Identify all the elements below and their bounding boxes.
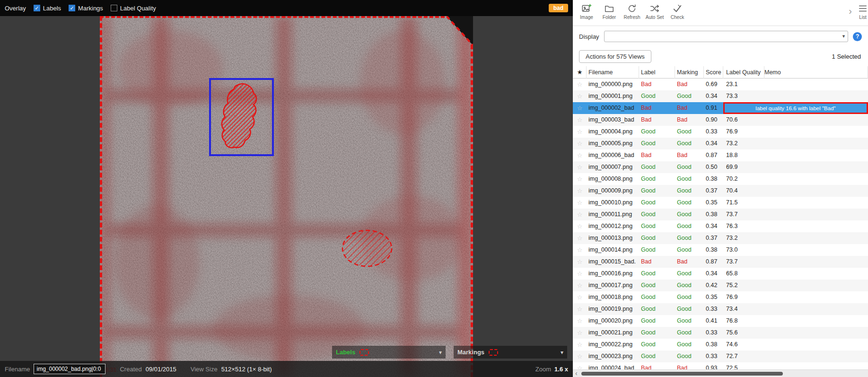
table-row[interactable]: ☆ img_000010.png Good Good 0.35 71.5 [573, 197, 868, 209]
image-viewport[interactable]: 0.31 [100, 16, 473, 377]
row-label: Good [639, 185, 675, 197]
list-icon [858, 3, 868, 14]
table-row[interactable]: ☆ img_000019.png Good Good 0.33 73.4 [573, 303, 868, 315]
row-marking: Good [675, 161, 704, 173]
star-icon[interactable]: ☆ [573, 90, 587, 102]
row-label: Bad [639, 256, 675, 268]
star-icon[interactable]: ☆ [573, 339, 587, 351]
star-icon[interactable]: ☆ [573, 126, 587, 138]
label-column-header[interactable]: Label [639, 66, 675, 79]
table-row[interactable]: ☆ img_000023.png Good Good 0.33 72.7 [573, 351, 868, 362]
table-row[interactable]: ☆ img_000015_bad. Bad Bad 0.87 73.7 [573, 256, 868, 268]
star-icon[interactable]: ☆ [573, 280, 587, 291]
image-button[interactable]: Image [576, 3, 597, 20]
star-icon[interactable]: ☆ [573, 362, 587, 369]
marking-annotation[interactable] [341, 229, 393, 268]
star-icon[interactable]: ☆ [573, 102, 587, 114]
filename-column-header[interactable]: Filename [587, 66, 639, 79]
row-filename: img_000024_bad [587, 362, 639, 369]
table-row[interactable]: ☆ img_000007.png Good Good 0.50 69.9 [573, 161, 868, 173]
table-row[interactable]: ☆ img_000013.png Good Good 0.37 73.2 [573, 232, 868, 244]
star-icon[interactable]: ☆ [573, 149, 587, 161]
table-row[interactable]: ☆ img_000001.png Good Good 0.34 73.3 [573, 90, 868, 102]
table-row[interactable]: ☆ img_000004.png Good Good 0.33 76.9 [573, 126, 868, 138]
star-icon[interactable]: ☆ [573, 291, 587, 303]
table-row[interactable]: ☆ img_000020.png Good Good 0.41 76.8 [573, 315, 868, 327]
score-column-header[interactable]: Score [704, 66, 723, 79]
star-icon[interactable]: ☆ [573, 232, 587, 244]
image-canvas[interactable] [100, 16, 473, 377]
row-memo [764, 138, 868, 149]
scroll-left-icon[interactable]: ‹ [573, 369, 579, 377]
table-row[interactable]: ☆ img_000008.png Good Good 0.38 70.2 [573, 173, 868, 185]
table-row[interactable]: ☆ img_000005.png Good Good 0.34 73.2 [573, 138, 868, 149]
checkbox-checked-icon[interactable]: ✓ [69, 5, 75, 11]
star-icon[interactable]: ☆ [573, 209, 587, 220]
label-annotation-box[interactable] [209, 78, 274, 156]
row-label: Bad [639, 114, 675, 126]
toolbar-more-chevron[interactable]: › [849, 6, 852, 17]
label-blob [211, 80, 272, 154]
star-icon[interactable]: ☆ [573, 185, 587, 197]
folder-button[interactable]: Folder [598, 3, 620, 20]
scrollbar-thumb[interactable] [581, 372, 783, 376]
table-row[interactable]: ☆ img_000002_bad Bad Bad 0.91 label qual… [573, 102, 868, 114]
list-view-button[interactable]: List [852, 3, 868, 20]
row-marking: Bad [675, 256, 704, 268]
star-icon[interactable]: ☆ [573, 161, 587, 173]
filename-input[interactable] [34, 364, 105, 374]
table-row[interactable]: ☆ img_000017.png Good Good 0.42 75.2 [573, 280, 868, 291]
row-filename: img_000023.png [587, 351, 639, 362]
chevron-down-icon[interactable]: ▾ [561, 349, 563, 356]
help-button[interactable]: ? [853, 32, 862, 41]
star-icon[interactable]: ☆ [573, 256, 587, 268]
star-icon[interactable]: ☆ [573, 79, 587, 90]
chevron-down-icon[interactable]: ▾ [439, 349, 442, 356]
memo-column-header[interactable]: Memo [764, 66, 868, 79]
table-row[interactable]: ☆ img_000000.png Bad Bad 0.69 23.1 [573, 79, 868, 90]
star-icon[interactable]: ☆ [573, 268, 587, 280]
label-quality-checkbox[interactable]: Label Quality [111, 5, 156, 12]
auto-set-button[interactable]: Auto Set [644, 3, 666, 20]
star-icon[interactable]: ☆ [573, 138, 587, 149]
table-row[interactable]: ☆ img_000014.png Good Good 0.38 73.0 [573, 244, 868, 256]
table-row[interactable]: ☆ img_000009.png Good Good 0.37 70.4 [573, 185, 868, 197]
star-icon[interactable]: ☆ [573, 351, 587, 362]
row-score: 0.93 [704, 362, 723, 369]
star-column-header[interactable]: ★ [573, 66, 587, 79]
table-row[interactable]: ☆ img_000018.png Good Good 0.35 76.9 [573, 291, 868, 303]
table-row[interactable]: ☆ img_000021.png Good Good 0.33 75.6 [573, 327, 868, 339]
table-row[interactable]: ☆ img_000022.png Good Good 0.38 74.6 [573, 339, 868, 351]
table-row[interactable]: ☆ img_000024_bad Bad Bad 0.93 72.5 [573, 362, 868, 369]
star-icon[interactable]: ☆ [573, 114, 587, 126]
star-icon[interactable]: ☆ [573, 197, 587, 209]
star-icon[interactable]: ☆ [573, 327, 587, 339]
table-row[interactable]: ☆ img_000016.png Good Good 0.34 65.8 [573, 268, 868, 280]
star-icon[interactable]: ☆ [573, 244, 587, 256]
labels-style-dropdown[interactable]: Labels ▾ [332, 346, 446, 359]
actions-for-views-button[interactable]: Actions for 575 Views [579, 50, 651, 63]
checkbox-checked-icon[interactable]: ✓ [34, 5, 40, 11]
check-button-label: Check [671, 15, 684, 20]
checkbox-unchecked-icon[interactable] [111, 5, 117, 11]
table-row[interactable]: ☆ img_000006_bad Bad Bad 0.87 18.8 [573, 149, 868, 161]
row-memo [764, 185, 868, 197]
star-icon[interactable]: ☆ [573, 220, 587, 232]
refresh-button[interactable]: Refresh [621, 3, 643, 20]
check-button[interactable]: Check [666, 3, 688, 20]
row-filename: img_000014.png [587, 244, 639, 256]
star-icon[interactable]: ☆ [573, 173, 587, 185]
display-select[interactable]: ▾ [604, 31, 849, 42]
star-icon[interactable]: ☆ [573, 315, 587, 327]
labels-checkbox[interactable]: ✓ Labels [34, 5, 61, 12]
table-row[interactable]: ☆ img_000011.png Good Good 0.38 73.7 [573, 209, 868, 220]
star-icon[interactable]: ☆ [573, 303, 587, 315]
table-row[interactable]: ☆ img_000003_bad Bad Bad 0.90 70.6 [573, 114, 868, 126]
horizontal-scrollbar[interactable]: ‹ [573, 369, 868, 377]
label-quality-column-header[interactable]: Label Quality [723, 66, 764, 79]
marking-column-header[interactable]: Marking [675, 66, 704, 79]
table-row[interactable]: ☆ img_000012.png Good Good 0.34 76.3 [573, 220, 868, 232]
markings-checkbox[interactable]: ✓ Markings [69, 5, 103, 12]
selection-status: 1 Selected [832, 53, 861, 60]
markings-style-dropdown[interactable]: Markings ▾ [454, 346, 567, 359]
